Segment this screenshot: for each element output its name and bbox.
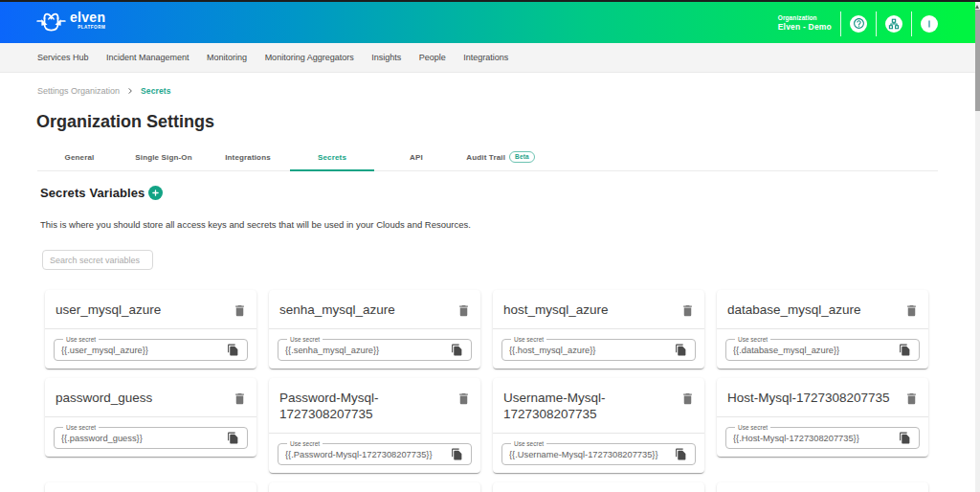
tab[interactable]: Integrations: [206, 144, 290, 170]
header-separator: [876, 11, 877, 36]
brand-logo[interactable]: elven PLATFORM: [36, 11, 105, 32]
organization-name: Elven - Demo: [778, 22, 832, 33]
secret-template-value: {{.database_mysql_azure}}: [733, 346, 898, 355]
trash-icon: [233, 303, 247, 318]
trash-icon: [680, 303, 695, 318]
delete-secret-button[interactable]: [680, 303, 695, 318]
help-button[interactable]: [850, 15, 867, 33]
secret-card-partial: [493, 482, 704, 492]
brand-name: elven: [70, 11, 105, 24]
secret-card-partial: [45, 482, 256, 492]
use-secret-label: Use secret: [511, 335, 546, 344]
trash-icon: [457, 391, 471, 406]
secret-card-body: Use secret {{.user_mysql_azure}}: [45, 329, 256, 369]
organization-label: Organization: [778, 14, 832, 22]
page-title: Organization Settings: [36, 112, 214, 132]
scrollbar-thumb[interactable]: [975, 10, 980, 111]
header-right-cluster: Organization Elven - Demo: [778, 4, 938, 43]
secrets-heading-row: Secrets Variables: [40, 186, 163, 200]
copy-secret-button[interactable]: [450, 344, 463, 357]
nav-item[interactable]: Monitoring: [207, 53, 247, 62]
scrollbar-up-arrow-icon[interactable]: [975, 5, 979, 9]
header-separator: [840, 11, 841, 36]
secret-card-header: user_mysql_azure: [45, 290, 256, 328]
delete-secret-button[interactable]: [457, 303, 471, 318]
tab-label: Secrets: [318, 153, 346, 162]
secret-template-value: {{.Password-Mysql-1727308207735}}: [285, 450, 450, 459]
copy-secret-button[interactable]: [226, 344, 239, 357]
secret-card: password_guess Use secret {{.password_gu…: [45, 378, 256, 457]
app-window: elven PLATFORM Organization Elven - Demo: [0, 0, 980, 492]
copy-secret-button[interactable]: [898, 344, 911, 357]
delete-secret-button[interactable]: [233, 391, 247, 406]
organization-tree-button[interactable]: [885, 15, 902, 33]
secret-card-body: Use secret {{.database_mysql_azure}}: [717, 329, 928, 369]
help-icon: [853, 17, 865, 30]
delete-secret-button[interactable]: [457, 391, 471, 406]
secret-name: Host-Mysql-1727308207735: [727, 390, 892, 406]
tab-label: Audit Trail: [466, 153, 505, 162]
nav-item[interactable]: People: [419, 53, 446, 62]
profile-button[interactable]: [921, 15, 938, 33]
plus-icon: [151, 189, 160, 197]
secret-name: host_mysql_azure: [503, 302, 668, 318]
secret-name: Password-Mysql-1727308207735: [279, 390, 444, 422]
copy-secret-button[interactable]: [674, 344, 687, 357]
page-scrollbar[interactable]: [975, 2, 980, 492]
organization-block[interactable]: Organization Elven - Demo: [778, 14, 832, 33]
settings-tabs: General Single Sign-On Integrations Secr…: [37, 144, 938, 171]
copy-secret-button[interactable]: [898, 432, 911, 445]
secrets-cards-row-1: user_mysql_azure Use secret {{.user_mysq…: [45, 290, 941, 369]
secret-template-value: {{.senha_mysql_azure}}: [285, 346, 450, 355]
use-secret-label: Use secret: [63, 335, 99, 344]
trash-icon: [233, 391, 247, 406]
secret-name: Username-Mysql-1727308207735: [503, 390, 668, 422]
secrets-cards-row-3: [45, 482, 941, 492]
nav-item[interactable]: Integrations: [463, 53, 508, 62]
secret-card: Host-Mysql-1727308207735 Use secret {{.H…: [717, 378, 928, 457]
secret-template-value: {{.Username-Mysql-1727308207735}}: [509, 450, 674, 459]
nav-item[interactable]: Incident Management: [106, 53, 189, 62]
secret-card-body: Use secret {{.host_mysql_azure}}: [493, 329, 704, 369]
copy-icon: [227, 344, 239, 356]
nav-item[interactable]: Monitoring Aggregators: [265, 53, 354, 62]
secret-card-header: senha_mysql_azure: [269, 290, 480, 328]
sitemap-icon: [888, 18, 900, 30]
tab[interactable]: Audit Trail Beta: [458, 144, 543, 170]
nav-item[interactable]: Services Hub: [37, 53, 89, 62]
secret-card: Password-Mysql-1727308207735 Use secret …: [269, 378, 480, 473]
tab-label: Integrations: [225, 153, 271, 162]
breadcrumb-parent-link[interactable]: Settings Organization: [37, 86, 120, 96]
delete-secret-button[interactable]: [904, 391, 919, 406]
trash-icon: [904, 391, 919, 406]
tab-label: Single Sign-On: [135, 153, 191, 162]
delete-secret-button[interactable]: [904, 303, 919, 318]
delete-secret-button[interactable]: [680, 391, 695, 406]
search-input[interactable]: [42, 250, 153, 270]
secret-card-header: password_guess: [45, 378, 256, 416]
trash-icon: [904, 303, 919, 318]
secret-template-value: {{.Host-Mysql-1727308207735}}: [733, 434, 898, 443]
copy-secret-button[interactable]: [226, 432, 239, 445]
nav-item[interactable]: Insights: [371, 53, 401, 62]
copy-secret-button[interactable]: [450, 448, 463, 461]
trash-icon: [680, 391, 695, 406]
copy-secret-button[interactable]: [674, 448, 687, 461]
secret-template-value: {{.host_mysql_azure}}: [509, 346, 674, 355]
secret-card-header: Password-Mysql-1727308207735: [269, 378, 480, 433]
secret-name: user_mysql_azure: [56, 302, 220, 318]
secret-card-body: Use secret {{.senha_mysql_azure}}: [269, 329, 480, 369]
add-secret-button[interactable]: [148, 186, 163, 200]
tab[interactable]: General: [37, 144, 122, 170]
copy-icon: [451, 344, 463, 356]
tab[interactable]: API: [374, 144, 458, 170]
secret-card-partial: [269, 482, 480, 492]
tab[interactable]: Secrets: [290, 144, 374, 170]
delete-secret-button[interactable]: [233, 303, 247, 318]
secret-template-value: {{.password_guess}}: [61, 434, 226, 443]
app-header: elven PLATFORM Organization Elven - Demo: [0, 2, 980, 43]
secrets-heading: Secrets Variables: [40, 186, 145, 200]
use-secret-label: Use secret: [287, 439, 323, 448]
tab[interactable]: Single Sign-On: [122, 144, 206, 170]
tab-label: General: [65, 153, 95, 162]
